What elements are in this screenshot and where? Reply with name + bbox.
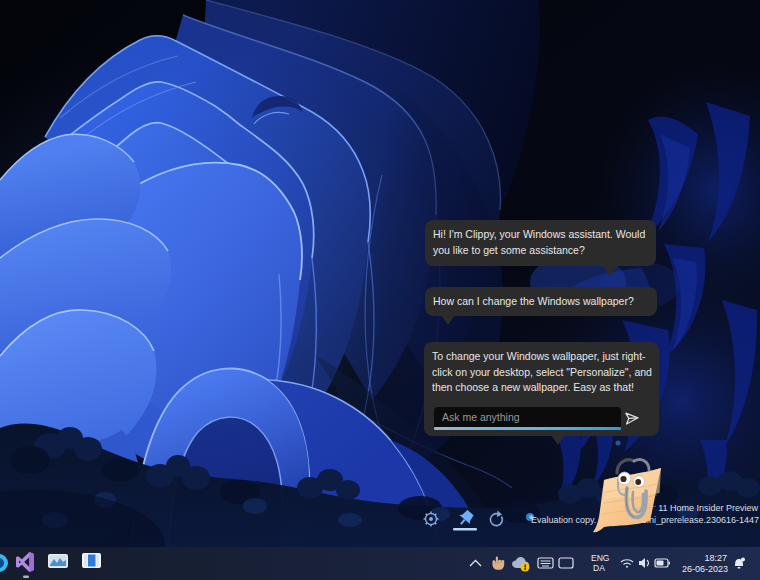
svg-text:26-06-2023: 26-06-2023 [682, 564, 728, 574]
svg-text:DA: DA [593, 563, 605, 573]
svg-text:18:27: 18:27 [704, 553, 727, 563]
svg-text:ENG: ENG [591, 553, 609, 563]
